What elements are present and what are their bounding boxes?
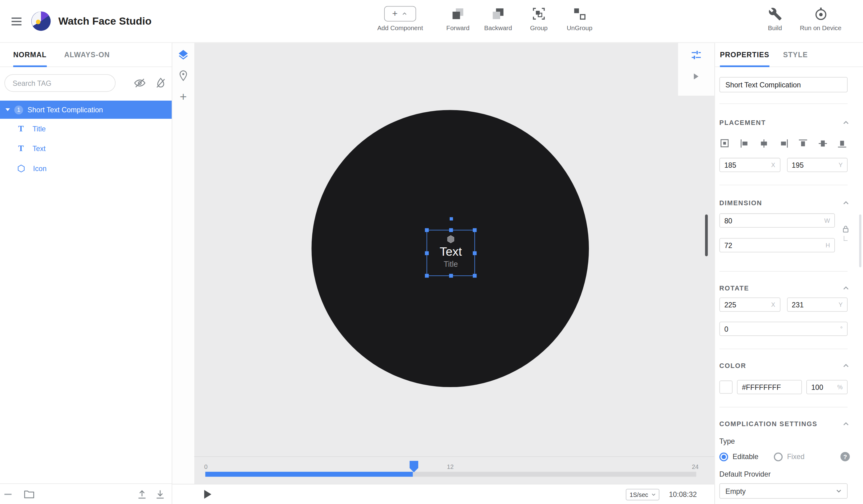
selection-box[interactable]: Text Title	[427, 230, 475, 276]
resize-handle-bottom[interactable]	[449, 274, 453, 278]
canvas-scrollbar[interactable]	[705, 215, 708, 256]
tree-item-short-text-complication[interactable]: 1 Short Text Complication	[0, 101, 172, 119]
aspect-lock-icon[interactable]	[841, 225, 850, 233]
add-component-label: Add Component	[374, 25, 427, 31]
ungroup-button[interactable]: UnGroup	[558, 5, 601, 31]
resize-handle-bottom-right[interactable]	[473, 274, 477, 278]
resize-handle[interactable]	[4, 493, 11, 495]
timeline-scrubber[interactable]	[410, 461, 418, 473]
tree-item-icon[interactable]: Icon	[0, 158, 172, 178]
section-dimension: DIMENSION W H	[720, 185, 848, 271]
color-hex-input[interactable]	[742, 383, 797, 391]
adjust-tune-icon[interactable]	[690, 49, 702, 61]
backward-button[interactable]: Backward	[476, 5, 520, 31]
placement-y-unit: Y	[839, 161, 843, 168]
section-color: COLOR %	[720, 349, 848, 407]
rotate-y-field[interactable]: Y	[787, 298, 848, 312]
rotation-handle[interactable]	[450, 217, 453, 221]
layer-name-input[interactable]	[720, 77, 848, 92]
tab-style[interactable]: STYLE	[783, 43, 808, 66]
rotate-y-input[interactable]	[792, 301, 835, 309]
hide-layer-icon[interactable]	[133, 76, 146, 90]
color-opacity-unit: %	[837, 384, 842, 390]
align-middle-vertical-icon[interactable]	[817, 138, 828, 149]
align-center-horizontal-icon[interactable]	[758, 138, 770, 149]
properties-scrollbar[interactable]	[859, 215, 862, 267]
caret-down-icon[interactable]	[5, 108, 10, 111]
align-left-icon[interactable]	[739, 138, 750, 149]
play-button[interactable]	[204, 490, 211, 499]
playback-rate-dropdown[interactable]: 1S/sec	[626, 489, 660, 501]
collapse-chevron-icon[interactable]	[841, 361, 850, 370]
resize-handle-left[interactable]	[425, 251, 429, 255]
collapse-chevron-icon[interactable]	[841, 118, 850, 127]
resize-handle-top-left[interactable]	[425, 228, 429, 232]
tree-item-title[interactable]: Title	[0, 119, 172, 139]
resize-handle-top-right[interactable]	[473, 228, 477, 232]
hamburger-menu-icon[interactable]	[10, 14, 23, 28]
resize-handle-top[interactable]	[449, 228, 453, 232]
pin-guide-icon[interactable]	[177, 70, 189, 82]
section-placement: PLACEMENT	[720, 103, 848, 185]
rotate-angle-input[interactable]	[724, 325, 837, 333]
hexagon-layer-icon	[17, 164, 26, 173]
theme-color-icon[interactable]	[154, 76, 167, 90]
placement-y-field[interactable]: Y	[787, 158, 848, 172]
sidebar-tabs: NORMAL ALWAYS-ON	[0, 43, 172, 67]
color-opacity-input[interactable]	[811, 383, 834, 391]
timeline-track[interactable]	[205, 472, 696, 477]
search-tag-input[interactable]	[4, 74, 115, 92]
rotate-angle-field[interactable]: °	[720, 322, 848, 336]
search-input[interactable]	[13, 79, 110, 87]
add-component-button[interactable]: Add Component	[374, 5, 427, 31]
resize-handle-right[interactable]	[473, 251, 477, 255]
group-folder-icon[interactable]	[23, 488, 35, 500]
collapse-chevron-icon[interactable]	[841, 198, 850, 207]
build-button[interactable]: Build	[753, 5, 797, 31]
dimension-height-field[interactable]: H	[720, 238, 835, 252]
preview-play-icon[interactable]	[690, 71, 702, 83]
rotate-x-field[interactable]: X	[720, 298, 780, 312]
dimension-width-field[interactable]: W	[720, 213, 835, 228]
forward-button[interactable]: Forward	[436, 5, 480, 31]
radio-editable[interactable]	[720, 452, 728, 461]
collapse-chevron-icon[interactable]	[841, 419, 850, 428]
placement-y-input[interactable]	[792, 161, 835, 169]
rotate-x-input[interactable]	[724, 301, 768, 309]
color-hex-field[interactable]	[737, 380, 802, 394]
export-layer-icon[interactable]	[136, 488, 148, 500]
radio-fixed-label: Fixed	[787, 453, 804, 461]
color-opacity-field[interactable]: %	[806, 380, 848, 394]
tree-item-text[interactable]: Text	[0, 139, 172, 158]
align-bottom-icon[interactable]	[837, 138, 848, 149]
help-icon[interactable]	[840, 452, 850, 461]
import-layer-icon[interactable]	[154, 488, 166, 500]
layer-label: Text	[32, 144, 46, 153]
add-guide-icon[interactable]	[177, 91, 189, 103]
tab-properties[interactable]: PROPERTIES	[720, 43, 769, 66]
preview-time: 10:08:32	[669, 490, 697, 499]
tab-always-on[interactable]: ALWAYS-ON	[64, 43, 110, 66]
group-button[interactable]: Group	[517, 5, 561, 31]
resize-handle-bottom-left[interactable]	[425, 274, 429, 278]
layers-panel-icon[interactable]	[177, 49, 189, 61]
align-top-icon[interactable]	[797, 138, 809, 149]
placement-x-field[interactable]: X	[720, 158, 780, 172]
canvas[interactable]: Text Title 0 12 24	[172, 43, 714, 504]
placement-x-unit: X	[771, 161, 775, 168]
group-icon	[531, 7, 546, 21]
align-to-screen-icon[interactable]	[720, 138, 730, 149]
collapse-chevron-icon[interactable]	[841, 284, 850, 293]
dimension-width-input[interactable]	[724, 216, 821, 224]
playback-bar: 1S/sec 10:08:32	[172, 484, 714, 504]
color-swatch[interactable]	[720, 380, 733, 394]
align-right-icon[interactable]	[778, 138, 789, 149]
timeline: 0 12 24	[194, 456, 715, 484]
default-provider-select[interactable]: Empty	[720, 483, 848, 499]
run-on-device-button[interactable]: Run on Device	[793, 5, 848, 31]
layer-label: Icon	[33, 164, 47, 172]
dimension-height-input[interactable]	[724, 241, 822, 249]
radio-fixed[interactable]	[774, 452, 783, 461]
placement-x-input[interactable]	[724, 161, 768, 169]
tab-normal[interactable]: NORMAL	[13, 43, 47, 66]
